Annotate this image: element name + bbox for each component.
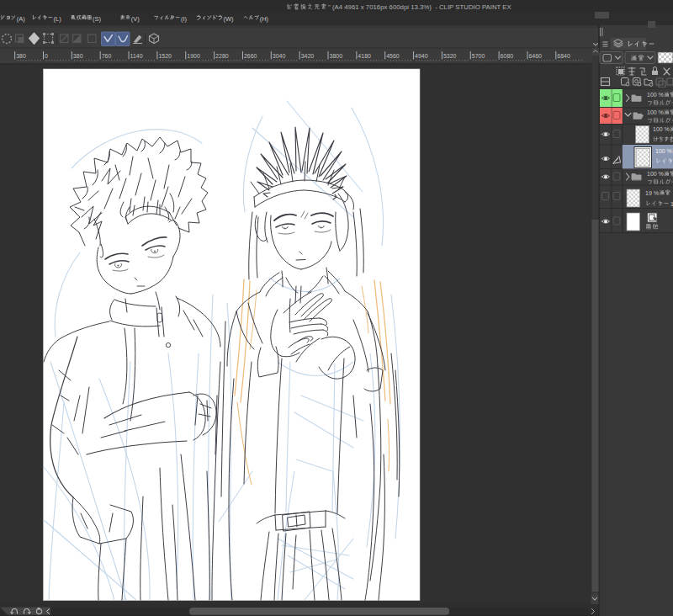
svg-text:100 %: 100 %: [653, 126, 670, 132]
svg-text:6840: 6840: [557, 53, 570, 59]
svg-text:(H): (H): [260, 15, 269, 23]
svg-text:19 %: 19 %: [645, 190, 659, 196]
svg-text:0: 0: [45, 53, 48, 59]
svg-text:1900: 1900: [187, 53, 200, 59]
svg-text:3040: 3040: [273, 53, 286, 59]
svg-text:1140: 1140: [130, 53, 143, 59]
svg-text:2280: 2280: [215, 53, 229, 59]
svg-text:1520: 1520: [158, 53, 172, 59]
svg-text:2660: 2660: [244, 53, 257, 59]
svg-text:(V): (V): [131, 15, 140, 23]
svg-text:5320: 5320: [443, 53, 457, 59]
svg-text:4560: 4560: [386, 53, 400, 59]
svg-text:100 %: 100 %: [647, 109, 664, 115]
svg-text:4940: 4940: [415, 53, 428, 59]
svg-text:100 %: 100 %: [647, 171, 664, 177]
svg-text:(S): (S): [93, 15, 102, 23]
svg-text:100 %: 100 %: [655, 148, 672, 154]
svg-text:100 %: 100 %: [647, 92, 664, 98]
svg-text:3800: 3800: [330, 53, 343, 59]
svg-text:(A): (A): [17, 15, 26, 23]
svg-text:5700: 5700: [472, 53, 485, 59]
svg-text:4180: 4180: [358, 53, 371, 59]
svg-text:(L): (L): [54, 15, 62, 23]
svg-text:380: 380: [73, 53, 83, 59]
svg-text:760: 760: [102, 53, 112, 59]
svg-text:6460: 6460: [528, 53, 542, 59]
svg-text:6080: 6080: [501, 53, 514, 59]
svg-text:" (A4 4961 x 7016px 600dpi 13.: " (A4 4961 x 7016px 600dpi 13.3%) - CLIP…: [328, 3, 512, 11]
svg-text:(I): (I): [181, 15, 188, 23]
svg-text:380: 380: [16, 53, 26, 59]
svg-text:(W): (W): [224, 15, 235, 23]
svg-text:3420: 3420: [301, 53, 315, 59]
